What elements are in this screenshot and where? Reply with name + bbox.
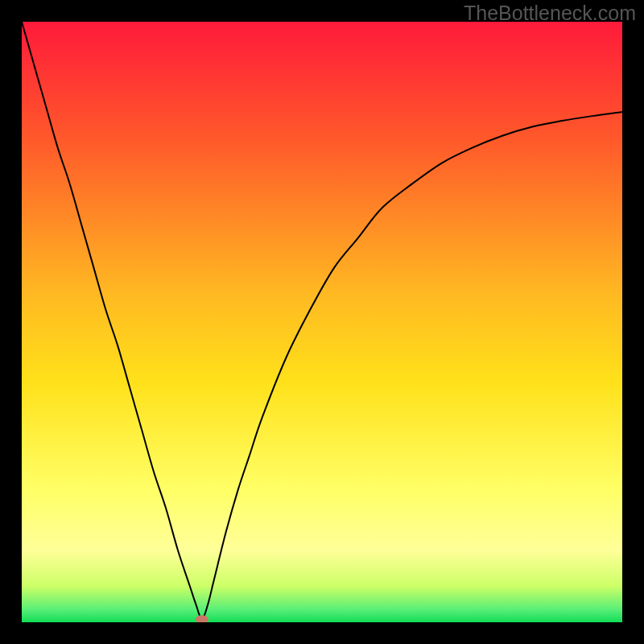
chart-container: TheBottleneck.com xyxy=(0,0,644,644)
background-gradient xyxy=(22,22,622,622)
watermark-text: TheBottleneck.com xyxy=(464,2,636,25)
plot-area xyxy=(22,22,622,622)
plot-svg xyxy=(22,22,622,622)
